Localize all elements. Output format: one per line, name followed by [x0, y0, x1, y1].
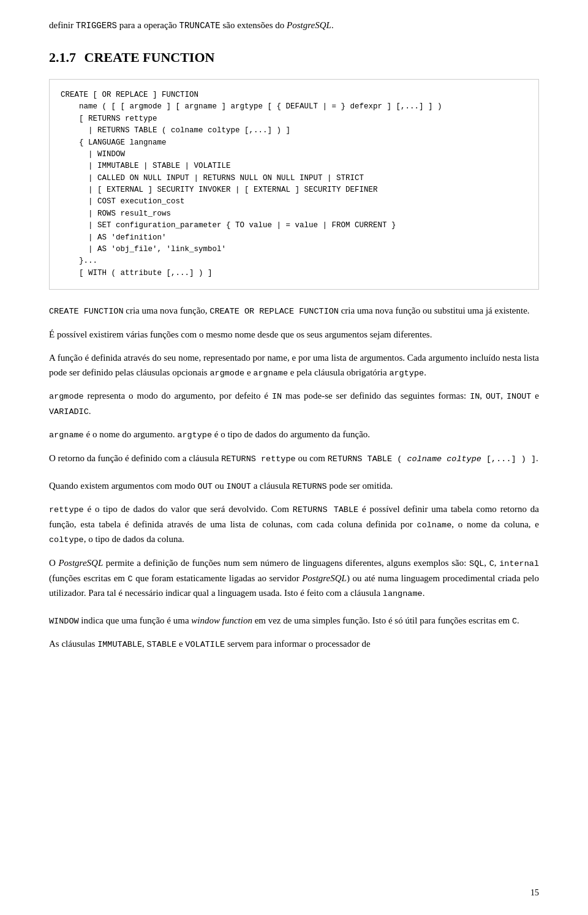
- paragraph-7: Quando existem argumentos com modo OUT o…: [49, 478, 539, 494]
- paragraph-9: O PostgreSQL permite a definição de funç…: [49, 555, 539, 601]
- argname-code: argname: [253, 369, 288, 378]
- section-heading: 2.1.7 CREATE FUNCTION: [49, 50, 539, 66]
- inout-code: INOUT: [507, 392, 532, 401]
- truncate-code: TRUNCATE: [179, 21, 221, 31]
- colname-code: colname: [417, 521, 452, 530]
- returns-rettype-code: RETURNS rettype: [221, 454, 296, 464]
- returns-table-code-2: RETURNS TABLE: [293, 505, 358, 514]
- page-number: 15: [530, 888, 539, 898]
- variadic-code: VARIADIC: [49, 407, 89, 416]
- window-function-italic: window function: [191, 616, 252, 625]
- paragraph-4: argmode representa o modo do argumento, …: [49, 388, 539, 418]
- argtype-code-2: argtype: [177, 431, 212, 440]
- paragraph-8: rettype é o tipo de dados do valor que s…: [49, 502, 539, 547]
- returns-table-code: RETURNS TABLE ( colname coltype [,...] )…: [328, 454, 536, 464]
- langname-code: langname: [383, 589, 423, 598]
- section-title: CREATE FUNCTION: [85, 50, 215, 65]
- argname-code-2: argname: [49, 431, 84, 440]
- intro-paragraph: definir TRIGGERS para a operação TRUNCAT…: [49, 18, 539, 32]
- section-number: 2.1.7: [49, 50, 76, 65]
- volatile-code: VOLATILE: [185, 640, 225, 649]
- paragraph-10: WINDOW indica que uma função é uma windo…: [49, 613, 539, 628]
- argmode-code-2: argmode: [49, 392, 84, 401]
- window-code: WINDOW: [49, 617, 79, 626]
- in-code-2: IN: [470, 392, 480, 401]
- sql-code: SQL: [469, 559, 484, 568]
- stable-code: STABLE: [147, 640, 177, 649]
- syntax-code-block: CREATE [ OR REPLACE ] FUNCTION name ( [ …: [49, 79, 539, 290]
- postgresql-italic-3: PostgreSQL: [302, 573, 347, 583]
- c-code: C: [489, 559, 494, 568]
- paragraph-6: O retorno da função é definido com a clá…: [49, 451, 539, 466]
- paragraph-11: As cláusulas IMMUTABLE, STABLE e VOLATIL…: [49, 636, 539, 652]
- inout-code-2: INOUT: [226, 482, 251, 491]
- postgresql-italic-2: PostgreSQL: [58, 558, 103, 568]
- create-or-replace-code: CREATE OR REPLACE FUNCTION: [209, 307, 339, 316]
- paragraph-3: A função é definida através do seu nome,…: [49, 350, 539, 380]
- argtype-code: argtype: [389, 369, 424, 378]
- c-code-2: C: [128, 574, 133, 584]
- postgresql-italic: PostgreSQL: [287, 20, 331, 30]
- argmode-code: argmode: [209, 369, 244, 378]
- in-code: IN: [272, 392, 282, 401]
- paragraph-2: É possível existirem várias funções com …: [49, 327, 539, 342]
- rettype-code: rettype: [49, 505, 84, 514]
- internal-code: internal: [499, 559, 539, 568]
- triggers-code: TRIGGERS: [76, 21, 117, 31]
- immutable-code: IMMUTABLE: [97, 640, 142, 649]
- create-function-code: CREATE FUNCTION: [49, 307, 124, 316]
- paragraph-5: argname é o nome do argumento. argtype é…: [49, 427, 539, 442]
- coltype-code: coltype: [49, 535, 84, 544]
- paragraph-1: CREATE FUNCTION cria uma nova função, CR…: [49, 303, 539, 318]
- out-code-2: OUT: [198, 482, 213, 491]
- c-code-3: C: [512, 617, 517, 626]
- out-code: OUT: [486, 392, 500, 401]
- returns-code: RETURNS: [292, 482, 327, 491]
